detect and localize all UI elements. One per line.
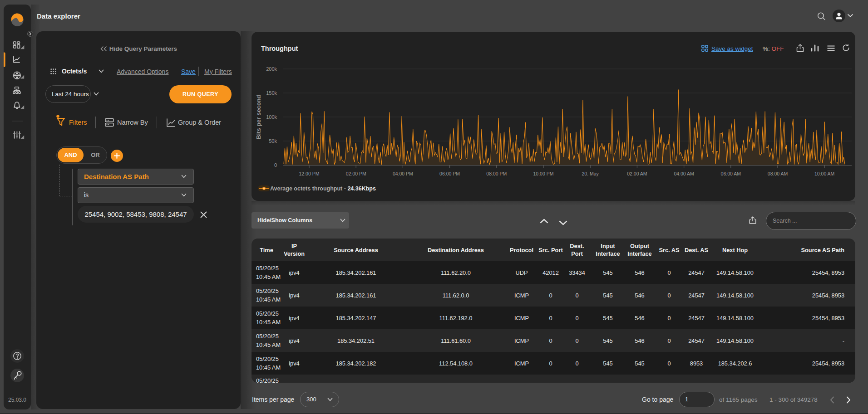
svg-text:200k: 200k [266,66,277,72]
svg-text:02:00 AM: 02:00 AM [627,171,647,176]
svg-text:04:00 PM: 04:00 PM [393,171,413,176]
svg-text:25.03.0: 25.03.0 [8,397,26,403]
svg-text:50k: 50k [269,138,277,144]
svg-text:10:00 AM: 10:00 AM [814,171,834,176]
svg-text:08:00 PM: 08:00 PM [486,171,507,176]
svg-text:06:00 AM: 06:00 AM [721,171,741,176]
svg-text:08:00 AM: 08:00 AM [768,171,788,176]
svg-text:04:00 AM: 04:00 AM [674,171,694,176]
svg-text:Average octets throughput - 24: Average octets throughput - 24.36Kbps [270,185,376,192]
svg-text:0: 0 [274,162,277,168]
svg-text:Bits per second: Bits per second [255,95,262,139]
svg-text:10:00 PM: 10:00 PM [533,171,554,176]
svg-text:12:00 PM: 12:00 PM [299,171,320,176]
svg-text:100k: 100k [266,114,277,120]
svg-text:06:00 PM: 06:00 PM [439,171,460,176]
svg-text:02:00 PM: 02:00 PM [346,171,366,176]
svg-text:20. May: 20. May [582,171,599,176]
svg-text:150k: 150k [266,90,277,96]
